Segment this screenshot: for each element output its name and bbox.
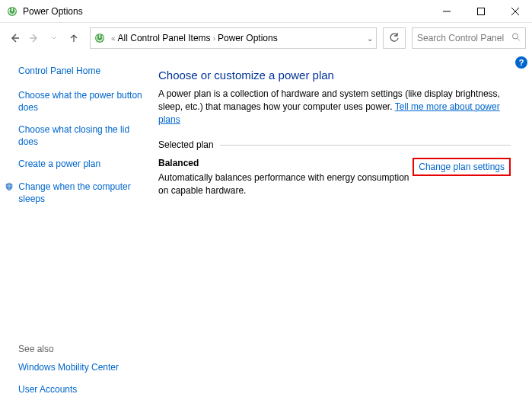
see-also-section: See also Windows Mobility Center User Ac… — [18, 344, 143, 404]
plan-row: Balanced Automatically balances performa… — [158, 158, 511, 196]
content-area: Control Panel Home Choose what the power… — [0, 53, 532, 413]
see-also-mobility-center[interactable]: Windows Mobility Center — [18, 362, 143, 374]
sidebar: Control Panel Home Choose what the power… — [0, 53, 152, 413]
up-button[interactable] — [65, 30, 82, 46]
window-controls — [429, 0, 532, 23]
sidebar-link-power-button[interactable]: Choose what the power button does — [18, 90, 143, 114]
recent-dropdown[interactable] — [46, 30, 62, 46]
nav-bar: « All Control Panel Items › Power Option… — [0, 23, 532, 53]
divider — [220, 145, 511, 146]
main-panel: ? Choose or customize a power plan A pow… — [152, 53, 532, 413]
sidebar-link-create-plan[interactable]: Create a power plan — [18, 158, 143, 171]
power-options-icon — [94, 32, 106, 44]
maximize-button[interactable] — [464, 0, 498, 23]
selected-plan-header: Selected plan — [158, 139, 511, 150]
chevron-down-icon[interactable]: ⌄ — [367, 34, 373, 43]
help-icon[interactable]: ? — [515, 56, 527, 69]
window-title: Power Options — [23, 6, 83, 17]
plan-description: Automatically balances performance with … — [158, 171, 409, 196]
forward-button[interactable] — [26, 30, 43, 46]
search-placeholder: Search Control Panel — [417, 33, 504, 43]
see-also-label: See also — [18, 344, 143, 354]
breadcrumb-item[interactable]: Power Options — [218, 33, 278, 43]
title-bar: Power Options — [0, 0, 532, 23]
sidebar-link-change-sleep[interactable]: Change when the computer sleeps — [18, 181, 143, 205]
minimize-button[interactable] — [429, 0, 464, 23]
page-title: Choose or customize a power plan — [158, 69, 511, 82]
search-icon — [511, 33, 521, 44]
close-button[interactable] — [498, 0, 532, 23]
refresh-button[interactable] — [383, 27, 406, 49]
page-description: A power plan is a collection of hardware… — [158, 88, 511, 126]
breadcrumb-item[interactable]: All Control Panel Items — [118, 33, 211, 43]
selected-plan-label: Selected plan — [158, 139, 214, 150]
breadcrumb[interactable]: « All Control Panel Items › Power Option… — [90, 27, 377, 49]
svg-rect-2 — [477, 8, 484, 14]
back-button[interactable] — [6, 30, 23, 46]
control-panel-home-link[interactable]: Control Panel Home — [18, 66, 143, 76]
svg-point-8 — [513, 34, 518, 39]
plan-info: Balanced Automatically balances performa… — [158, 158, 409, 196]
plan-name: Balanced — [158, 158, 409, 168]
shield-icon — [5, 181, 14, 192]
power-options-icon — [6, 5, 18, 18]
chevron-left-icon: « — [111, 34, 116, 43]
see-also-user-accounts[interactable]: User Accounts — [18, 384, 143, 396]
svg-line-9 — [518, 39, 520, 41]
search-input[interactable]: Search Control Panel — [412, 27, 526, 49]
change-plan-settings-link[interactable]: Change plan settings — [413, 158, 511, 176]
sidebar-link-closing-lid[interactable]: Choose what closing the lid does — [18, 124, 143, 148]
chevron-right-icon: › — [213, 34, 215, 43]
